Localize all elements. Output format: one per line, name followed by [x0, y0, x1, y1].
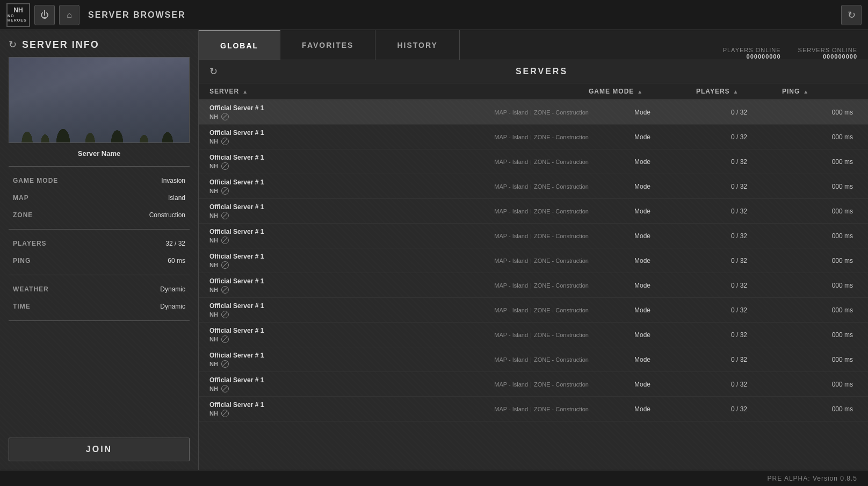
- nh-badge-icon: NH: [209, 311, 218, 318]
- refresh-icon: ↻: [848, 9, 856, 21]
- mode-cell: Mode: [589, 109, 696, 116]
- server-cell: Official Server # 1 NH MAP - Island | ZO…: [209, 327, 589, 343]
- col-game-mode-label: GAME MODE: [589, 88, 634, 95]
- server-icon-row: NH: [209, 261, 264, 269]
- servers-title: SERVERS: [226, 67, 857, 76]
- version-label: PRE ALPHA: Version 0.8.5: [768, 475, 857, 482]
- table-row[interactable]: Official Server # 1 NH MAP - Island | ZO…: [199, 273, 868, 298]
- game-mode-value: Invasion: [161, 177, 185, 184]
- nh-badge-icon: NH: [209, 262, 218, 268]
- mode-cell: Mode: [589, 133, 696, 141]
- server-cell: Official Server # 1 NH MAP - Island | ZO…: [209, 178, 589, 195]
- map-text: MAP - Island: [494, 356, 528, 363]
- map-text: MAP - Island: [494, 381, 528, 388]
- ping-cell: 000 ms: [782, 405, 857, 413]
- no-icon: [221, 311, 229, 318]
- zone-text: ZONE - Construction: [534, 381, 589, 388]
- no-icon: [221, 187, 229, 195]
- mode-cell: Mode: [589, 232, 696, 240]
- table-row[interactable]: Official Server # 1 NH MAP - Island | ZO…: [199, 298, 868, 323]
- pipe-divider: |: [530, 406, 532, 412]
- zone-text: ZONE - Construction: [534, 109, 589, 116]
- table-row[interactable]: Official Server # 1 NH MAP - Island | ZO…: [199, 100, 868, 125]
- servers-online-stat: SERVERS ONLINE 000000000: [798, 47, 857, 60]
- home-button[interactable]: ⌂: [59, 5, 79, 25]
- table-row[interactable]: Official Server # 1 NH MAP - Island | ZO…: [199, 199, 868, 224]
- home-icon: ⌂: [67, 10, 72, 20]
- table-row[interactable]: Official Server # 1 NH MAP - Island | ZO…: [199, 248, 868, 273]
- col-game-mode[interactable]: GAME MODE ▲: [589, 88, 696, 95]
- col-players[interactable]: PLAYERS ▲: [696, 88, 782, 95]
- server-cell: Official Server # 1 NH MAP - Island | ZO…: [209, 104, 589, 120]
- nh-badge-icon: NH: [209, 237, 218, 244]
- no-icon: [221, 261, 229, 269]
- players-cell: 0 / 32: [696, 133, 782, 141]
- join-button[interactable]: JOIN: [9, 438, 190, 461]
- table-row[interactable]: Official Server # 1 NH MAP - Island | ZO…: [199, 372, 868, 397]
- table-row[interactable]: Official Server # 1 NH MAP - Island | ZO…: [199, 347, 868, 372]
- players-cell: 0 / 32: [696, 158, 782, 166]
- tab-history[interactable]: HISTORY: [375, 30, 459, 60]
- zone-text: ZONE - Construction: [534, 258, 589, 264]
- ping-cell: 000 ms: [782, 331, 857, 339]
- map-text: MAP - Island: [494, 406, 528, 412]
- no-icon: [221, 286, 229, 294]
- col-ping[interactable]: PING ▲: [782, 88, 857, 95]
- map-text: MAP - Island: [494, 233, 528, 239]
- col-server[interactable]: SERVER ▲: [209, 88, 589, 95]
- no-icon: [221, 113, 229, 120]
- server-map-zone: MAP - Island | ZONE - Construction: [494, 258, 589, 264]
- players-online-stat: PLAYERS ONLINE 000000000: [723, 47, 781, 60]
- players-cell: 0 / 32: [696, 282, 782, 289]
- server-icon-row: NH: [209, 138, 264, 145]
- table-row[interactable]: Official Server # 1 NH MAP - Island | ZO…: [199, 397, 868, 421]
- map-text: MAP - Island: [494, 109, 528, 116]
- power-button[interactable]: ⏻: [34, 5, 55, 25]
- table-row[interactable]: Official Server # 1 NH MAP - Island | ZO…: [199, 174, 868, 199]
- zone-label: ZONE: [13, 211, 33, 219]
- tabs-row: GLOBAL FAVORITES HISTORY PLAYERS ONLINE …: [199, 30, 868, 60]
- tab-global-label: GLOBAL: [220, 41, 258, 50]
- tab-favorites[interactable]: FAVORITES: [280, 30, 375, 60]
- pipe-divider: |: [530, 109, 532, 116]
- server-info-cell: Official Server # 1 NH: [209, 376, 264, 392]
- servers-refresh-icon[interactable]: ↻: [209, 66, 218, 77]
- server-name-text: Official Server # 1: [209, 253, 264, 260]
- servers-online-value: 000000000: [823, 53, 857, 60]
- zone-text: ZONE - Construction: [534, 332, 589, 338]
- tab-history-label: HISTORY: [397, 41, 437, 49]
- table-row[interactable]: Official Server # 1 NH MAP - Island | ZO…: [199, 323, 868, 347]
- server-map-zone: MAP - Island | ZONE - Construction: [494, 356, 589, 363]
- server-map-zone: MAP - Island | ZONE - Construction: [494, 134, 589, 140]
- divider-1: [9, 166, 190, 167]
- ping-value: 60 ms: [168, 257, 185, 265]
- table-row[interactable]: Official Server # 1 NH MAP - Island | ZO…: [199, 125, 868, 149]
- zone-text: ZONE - Construction: [534, 406, 589, 412]
- server-icon-row: NH: [209, 212, 264, 219]
- table-row[interactable]: Official Server # 1 NH MAP - Island | ZO…: [199, 224, 868, 248]
- players-cell: 0 / 32: [696, 257, 782, 265]
- zone-text: ZONE - Construction: [534, 282, 589, 289]
- ping-label: PING: [13, 257, 31, 265]
- server-cell: Official Server # 1 NH MAP - Island | ZO…: [209, 376, 589, 392]
- refresh-button[interactable]: ↻: [841, 5, 862, 25]
- no-icon: [221, 237, 229, 244]
- no-icon: [221, 138, 229, 145]
- game-mode-label: GAME MODE: [13, 177, 58, 184]
- nh-badge-icon: NH: [209, 336, 218, 342]
- pipe-divider: |: [530, 159, 532, 165]
- mode-cell: Mode: [589, 356, 696, 363]
- server-info-panel: ↻ SERVER INFO Server Name GAME MODE Inva…: [0, 30, 199, 470]
- server-cell: Official Server # 1 NH MAP - Island | ZO…: [209, 129, 589, 145]
- server-info-refresh-icon[interactable]: ↻: [9, 39, 17, 51]
- time-value: Dynamic: [160, 303, 185, 310]
- players-online-label: PLAYERS ONLINE: [723, 47, 781, 53]
- ping-cell: 000 ms: [782, 381, 857, 388]
- server-info-title: SERVER INFO: [22, 39, 99, 51]
- server-cell: Official Server # 1 NH MAP - Island | ZO…: [209, 277, 589, 294]
- players-cell: 0 / 32: [696, 109, 782, 116]
- ping-row: PING 60 ms: [9, 255, 190, 266]
- tab-global[interactable]: GLOBAL: [199, 30, 280, 60]
- table-row[interactable]: Official Server # 1 NH MAP - Island | ZO…: [199, 149, 868, 174]
- players-cell: 0 / 32: [696, 331, 782, 339]
